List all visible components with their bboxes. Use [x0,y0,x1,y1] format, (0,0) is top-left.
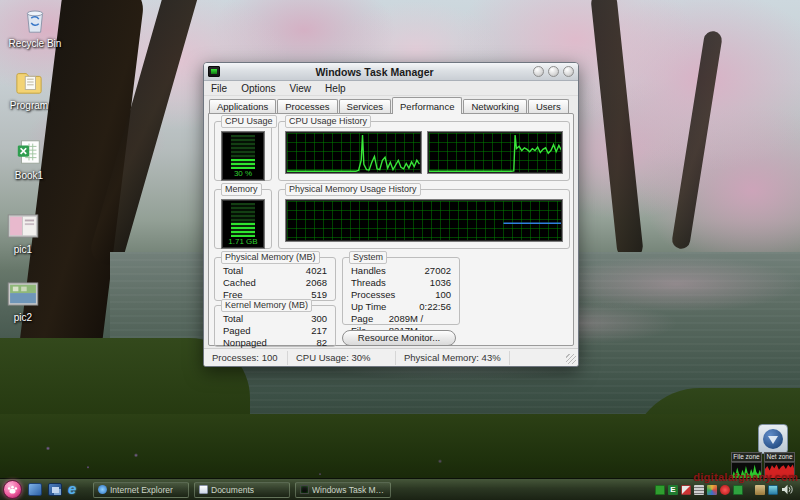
tray-green-square-icon[interactable] [655,485,665,495]
internet-explorer-icon [98,485,107,494]
stat-row: Threads1036 [343,277,459,289]
desktop-icon-pic1[interactable]: pic1 [0,210,56,255]
desktop-icon-label: pic2 [0,312,56,323]
cpu-usage-groupbox: CPU Usage 30 % [214,121,272,181]
memory-history-group-title: Physical Memory Usage History [285,183,421,196]
desktop-icon-label: Program [0,100,62,111]
tray-color-app-icon[interactable] [707,485,717,495]
stat-label: Nonpaged [223,337,267,349]
tab-performance[interactable]: Performance [392,97,462,114]
start-button[interactable] [3,480,22,499]
cpu-core2-plot [429,133,562,172]
cpu-history-graph-core1 [285,131,422,174]
task-manager-app-icon [208,66,220,77]
stat-row: Handles27002 [343,265,459,277]
excel-workbook-icon [12,136,46,168]
cpu-gauge-lit-bars [231,159,255,169]
maximize-button[interactable] [548,66,559,77]
tray-excel-icon[interactable]: E [668,485,678,495]
tray-antivirus-icon[interactable] [681,485,691,495]
tray-list-icon[interactable] [694,485,704,495]
tab-services[interactable]: Services [339,99,391,113]
desktop-icon-program[interactable]: Program [0,66,62,111]
memory-gauge-lit-bars [231,222,255,237]
system-title: System [349,251,387,264]
cpu-usage-group-title: CPU Usage [221,115,277,128]
memory-gauge-bars [231,203,255,237]
close-button[interactable] [563,66,574,77]
stat-row: Cached2068 [215,277,335,289]
stat-label: Total [223,313,243,325]
taskbar-button-task-manager[interactable]: Windows Task Manager [295,482,391,498]
status-cpu-usage: CPU Usage: 30% [288,351,396,365]
stat-row: Total4021 [215,265,335,277]
quick-launch: e [28,482,83,497]
stat-row: Nonpaged82 [215,337,335,349]
internet-explorer-icon[interactable]: e [68,482,83,497]
system-groupbox: System Handles27002 Threads1036 Processe… [342,257,460,325]
status-physical-memory: Physical Memory: 43% [396,351,510,365]
minimize-button[interactable] [533,66,544,77]
stat-value: 300 [311,313,327,325]
desktop-icon-pic2[interactable]: pic2 [0,278,56,323]
stat-row: Paged217 [215,325,335,337]
menu-view[interactable]: View [290,83,312,94]
menu-options[interactable]: Options [241,83,275,94]
stat-label: Cached [223,277,256,289]
window-switcher-icon[interactable] [48,483,62,496]
desktop-icon-label: pic1 [0,244,56,255]
window-titlebar[interactable]: Windows Task Manager [204,63,578,81]
status-bar: Processes: 100 CPU Usage: 30% Physical M… [204,348,578,366]
resize-grip[interactable] [566,354,576,364]
document-icon [199,485,208,494]
menu-file[interactable]: File [211,83,227,94]
desktop-icon-label: Book1 [0,170,62,181]
tray-update-icon[interactable] [755,485,765,495]
kernel-memory-rows: Total300 Paged217 Nonpaged82 [215,313,335,349]
cpu-usage-gauge: 30 % [221,131,265,181]
tray-green-flag-icon[interactable] [733,485,743,495]
cpu-gauge-bars [231,135,255,169]
taskbar-button-label: Windows Task Manager [312,485,386,495]
desktop-icon-label: Recycle Bin [2,38,68,49]
taskbar-button-documents[interactable]: Documents [194,482,290,498]
cpu-usage-value: 30 % [222,169,264,179]
stat-label: Total [223,265,243,277]
kernel-memory-groupbox: Kernel Memory (MB) Total300 Paged217 Non… [214,305,336,347]
memory-value: 1.71 GB [222,237,264,247]
task-manager-window: Windows Task Manager File Options View H… [203,62,579,367]
image-file-icon [6,210,40,242]
taskbar: e Internet Explorer Documents Windows Ta… [0,478,800,500]
tab-networking[interactable]: Networking [463,99,527,113]
system-rows: Handles27002 Threads1036 Processes100 Up… [343,265,459,337]
menu-help[interactable]: Help [325,83,346,94]
resource-monitor-button[interactable]: Resource Monitor... [342,330,456,346]
stat-label: Paged [223,325,250,337]
stat-label: Processes [351,289,395,301]
desktop-icon-book1[interactable]: Book1 [0,136,62,181]
status-processes: Processes: 100 [204,351,288,365]
system-tray: E [655,484,800,495]
net-zone-label: Net zone [764,452,795,462]
image-file-icon [6,278,40,310]
physical-memory-groupbox: Physical Memory (MB) Total4021 Cached206… [214,257,336,301]
file-zone-label: File zone [731,452,762,462]
tab-applications[interactable]: Applications [209,99,276,113]
desktop-icon-recycle-bin[interactable]: Recycle Bin [2,4,68,49]
tray-red-badge-icon[interactable] [720,485,730,495]
tab-processes[interactable]: Processes [277,99,337,113]
physical-memory-rows: Total4021 Cached2068 Free519 [215,265,335,301]
folder-icon [12,66,46,98]
download-gadget[interactable] [758,424,788,454]
watermark-text: digitalafghany.com [693,471,798,483]
volume-icon[interactable] [781,484,794,495]
stat-label: Threads [351,277,386,289]
show-desktop-icon[interactable] [28,483,42,496]
physical-memory-title: Physical Memory (MB) [221,251,320,264]
tab-strip: Applications Processes Services Performa… [204,96,578,113]
performance-tab-page: CPU Usage 30 % CPU Usage History [208,113,574,346]
taskbar-button-internet-explorer[interactable]: Internet Explorer [93,482,189,498]
tab-users[interactable]: Users [528,99,569,113]
tray-display-icon[interactable] [768,485,778,495]
stat-label: Up Time [351,301,386,313]
